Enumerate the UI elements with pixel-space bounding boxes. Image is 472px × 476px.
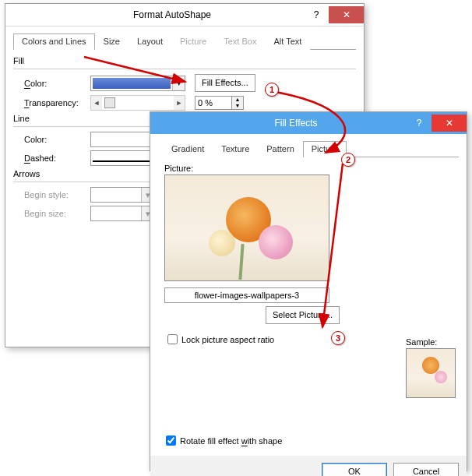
dialog-title: Fill Effects	[185, 118, 407, 129]
fill-color-combo[interactable]: ▾	[90, 76, 185, 91]
transparency-label: Transparency:	[24, 98, 90, 108]
line-color-label: Color:	[24, 135, 90, 144]
sample-area: Sample:	[406, 337, 456, 398]
begin-style-label: Begin style:	[24, 190, 90, 199]
begin-size-combo: ▾	[90, 206, 154, 221]
rotate-input[interactable]	[166, 435, 176, 446]
transparency-slider[interactable]: ◄►	[90, 95, 185, 111]
sample-thumbnail	[406, 348, 456, 398]
tab-picture[interactable]: Picture	[303, 141, 347, 157]
tab-pattern[interactable]: Pattern	[258, 141, 302, 157]
transparency-spin[interactable]: ▲▼	[195, 96, 244, 110]
tab-size[interactable]: Size	[95, 33, 129, 50]
fill-group-label: Fill	[13, 56, 356, 65]
tabs: Colors and Lines Size Layout Picture Tex…	[13, 33, 356, 50]
transparency-input[interactable]	[195, 96, 231, 110]
dashed-label: Dashed:	[24, 153, 90, 163]
tab-colors-lines[interactable]: Colors and Lines	[13, 33, 95, 50]
picture-label: Picture:	[164, 164, 459, 173]
ok-button[interactable]: OK	[322, 463, 387, 476]
titlebar[interactable]: Format AutoShape ? ✕	[5, 4, 364, 26]
begin-style-combo: ▾	[90, 187, 154, 203]
sample-label: Sample:	[406, 337, 456, 347]
close-button[interactable]: ✕	[329, 6, 364, 23]
select-picture-button[interactable]: Select Picture...	[266, 306, 340, 324]
dialog-title: Format AutoShape	[41, 9, 304, 20]
tab-texture[interactable]: Texture	[213, 141, 258, 157]
begin-size-label: Begin size:	[24, 209, 90, 218]
filename-field: flower-images-wallpapers-3	[164, 287, 329, 303]
step-badge-3: 3	[331, 331, 345, 345]
chevron-down-icon: ▾	[172, 76, 185, 90]
tab-picture: Picture	[171, 33, 215, 50]
tab-textbox: Text Box	[215, 33, 265, 50]
tab-gradient[interactable]: Gradient	[163, 141, 213, 157]
fill-effects-dialog: Fill Effects ? ✕ Gradient Texture Patter…	[150, 111, 467, 471]
button-row: OK Cancel	[150, 456, 467, 476]
rotate-checkbox[interactable]: Rotate fill effect with shape	[163, 433, 282, 448]
fill-effects-button[interactable]: Fill Effects...	[195, 74, 255, 92]
step-badge-1: 1	[265, 83, 279, 97]
titlebar[interactable]: Fill Effects ? ✕	[150, 112, 467, 134]
tab-layout[interactable]: Layout	[129, 33, 171, 50]
close-button[interactable]: ✕	[431, 115, 467, 132]
step-badge-2: 2	[341, 153, 355, 167]
tab-alttext[interactable]: Alt Text	[265, 33, 310, 50]
cancel-button[interactable]: Cancel	[393, 463, 459, 476]
color-label: Color:	[24, 79, 90, 88]
picture-preview	[164, 175, 329, 281]
help-button[interactable]: ?	[304, 6, 329, 23]
help-button[interactable]: ?	[407, 115, 431, 132]
lock-aspect-input[interactable]	[167, 334, 178, 344]
tabs: Gradient Texture Pattern Picture	[163, 140, 459, 157]
